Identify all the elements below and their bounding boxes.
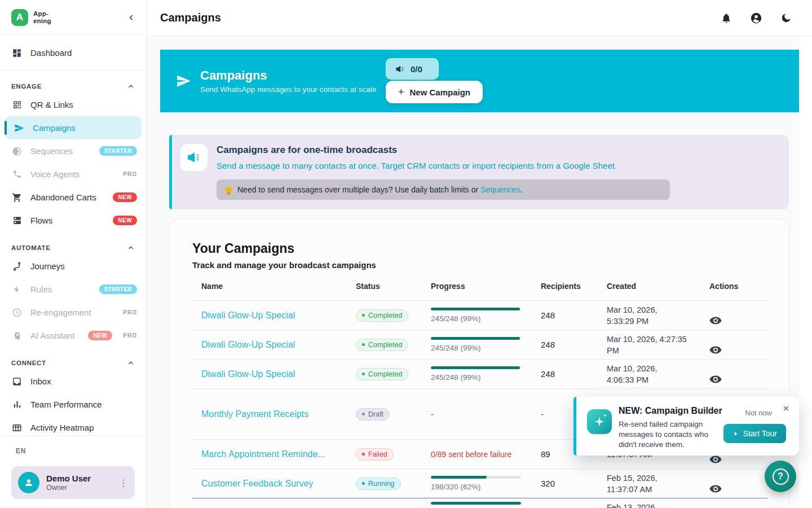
toast-not-now-button[interactable]: Not now (745, 409, 772, 417)
created-date: Mar 10, 2026,4:06:33 PM (607, 363, 709, 386)
sidebar-item-rules[interactable]: Rules STARTER (0, 278, 146, 301)
send-icon (14, 123, 25, 133)
sidebar-footer: EN Demo User Owner ⋮ (0, 435, 146, 508)
lightbulb-icon (226, 187, 232, 193)
sidebar-item-label: Abandoned Carts (30, 192, 96, 202)
megaphone-icon (395, 64, 405, 74)
status-dot (362, 373, 365, 375)
section-label: ENGAGE (11, 83, 42, 90)
progress-label: 245/248 (99%) (431, 314, 541, 323)
scrollbar-track[interactable] (799, 36, 812, 508)
campaign-counter-pill[interactable]: 0/0 (386, 58, 439, 80)
kebab-menu-icon[interactable]: ⋮ (119, 478, 128, 488)
campaign-counter-value: 0/0 (411, 64, 422, 74)
progress-fill (431, 502, 521, 505)
sparkle-small-icon (603, 413, 607, 418)
sidebar-item-abandoned-carts[interactable]: Abandoned Carts NEW (0, 186, 146, 209)
progress-fail-label: 0/89 sent before failure (431, 450, 541, 459)
campaign-name-link[interactable]: Diwali Glow-Up Special (192, 340, 356, 350)
sidebar-item-team-performance[interactable]: Team Performance (0, 393, 146, 416)
sidebar-item-label: Rules (30, 284, 52, 294)
campaign-name-link[interactable]: March Appointment Reminde... (192, 449, 356, 459)
sidebar-item-label: Flows (30, 216, 52, 225)
status-badge: Completed (356, 309, 408, 322)
view-eye-icon[interactable] (709, 483, 767, 495)
view-eye-icon[interactable] (709, 373, 767, 386)
starter-badge: STARTER (99, 146, 137, 156)
user-role: Owner (46, 484, 91, 492)
section-engage[interactable]: ENGAGE (0, 80, 146, 93)
sidebar-item-flows[interactable]: Flows NEW (0, 209, 146, 232)
sidebar-item-sequences[interactable]: Sequences STARTER (0, 139, 146, 163)
account-icon[interactable] (750, 12, 762, 24)
banner-title: Campaigns (200, 68, 376, 83)
recipients-count: 248 (541, 340, 607, 349)
question-mark-icon: ? (773, 468, 789, 485)
progress-fill (431, 476, 487, 479)
section-connect[interactable]: CONNECT (0, 356, 146, 370)
banner-subtitle: Send WhatsApp messages to your contacts … (200, 85, 376, 94)
inbox-icon (11, 376, 23, 387)
new-campaign-button[interactable]: + New Campaign (386, 81, 483, 103)
chevron-up-icon (127, 244, 135, 252)
close-icon[interactable]: ✕ (782, 404, 789, 414)
notifications-bell-icon[interactable] (721, 12, 732, 24)
campaign-name-link[interactable]: Diwali Glow-Up Special (192, 310, 356, 321)
created-line1: Mar 10, 2026, (607, 363, 709, 374)
sidebar-item-qr-links[interactable]: QR & Links (0, 93, 146, 116)
created-line1: Mar 10, 2026, 4:27:35 (607, 334, 709, 345)
created-line2: 4:06:33 PM (607, 374, 709, 386)
sidebar-item-voice-agents[interactable]: Voice Agents PRO (0, 163, 146, 186)
table-row: Feb 13, 2026 (192, 498, 767, 508)
campaign-name-link[interactable]: Diwali Glow-Up Special (192, 369, 356, 379)
sidebar-item-inbox[interactable]: Inbox (0, 370, 146, 393)
status-dot (362, 413, 365, 415)
status-label: Running (368, 480, 395, 488)
created-date: Mar 10, 2026, 4:27:35PM (607, 334, 709, 356)
progress-bar (431, 337, 521, 340)
user-card[interactable]: Demo User Owner ⋮ (11, 466, 135, 499)
created-date: Feb 15, 2026,11:37:07 AM (607, 472, 709, 495)
created-line1: Feb 13, 2026 (607, 502, 709, 508)
sidebar-item-label: Activity Heatmap (30, 423, 94, 432)
sidebar-item-dashboard[interactable]: Dashboard (0, 41, 146, 64)
sequences-link[interactable]: Sequences (480, 185, 520, 194)
sidebar-item-activity-heatmap[interactable]: Activity Heatmap (0, 416, 146, 435)
language-selector[interactable]: EN (16, 447, 135, 455)
section-automate[interactable]: AUTOMATE (0, 241, 146, 255)
sidebar-item-ai-assistant[interactable]: AI Assistant NEW PRO (0, 324, 146, 347)
starter-badge: STARTER (99, 284, 137, 294)
sidebar-item-journeys[interactable]: Journeys (0, 255, 146, 278)
campaign-name-link[interactable] (192, 498, 356, 502)
created-line1: Feb 15, 2026, (607, 472, 709, 484)
bolt-icon (11, 285, 23, 294)
topbar: Campaigns (147, 0, 812, 36)
new-campaign-label: New Campaign (410, 87, 471, 97)
sidebar-item-label: Re-engagement (30, 308, 91, 317)
campaign-name-link[interactable]: Customer Feedback Survey (192, 479, 356, 489)
help-button[interactable]: ? (765, 461, 796, 492)
table-row: Diwali Glow-Up Special Completed 245/248… (192, 360, 767, 389)
pro-tag: PRO (123, 309, 137, 316)
sidebar: A App- ening Dashboard ENGAGE QR & Links (0, 0, 147, 508)
created-line2: 11:37:07 AM (607, 484, 709, 495)
progress-label: 245/248 (99%) (431, 344, 541, 352)
progress-label: - (431, 409, 541, 419)
campaigns-banner: Campaigns Send WhatsApp messages to your… (160, 50, 799, 112)
dark-mode-moon-icon[interactable] (780, 12, 792, 24)
view-eye-icon[interactable] (709, 344, 767, 356)
status-label: Completed (368, 370, 402, 378)
brand-name: App- ening (33, 10, 51, 24)
sidebar-item-campaigns[interactable]: Campaigns (5, 116, 142, 139)
sidebar-item-re-engagement[interactable]: Re-engagement PRO (0, 301, 146, 324)
start-tour-button[interactable]: Start Tour (723, 424, 786, 443)
progress-label: 245/248 (99%) (431, 373, 541, 382)
campaign-builder-toast: NEW: Campaign Builder Not now ✕ Re-send … (573, 397, 799, 456)
view-eye-icon[interactable] (709, 314, 767, 327)
info-body: Send a message to many contacts at once.… (217, 161, 617, 170)
sidebar-collapse-button[interactable] (127, 13, 136, 22)
page-title: Campaigns (160, 11, 221, 24)
megaphone-icon (180, 144, 208, 171)
campaign-name-link[interactable]: Monthly Payment Receipts (192, 409, 356, 419)
column-name: Name (192, 282, 356, 291)
